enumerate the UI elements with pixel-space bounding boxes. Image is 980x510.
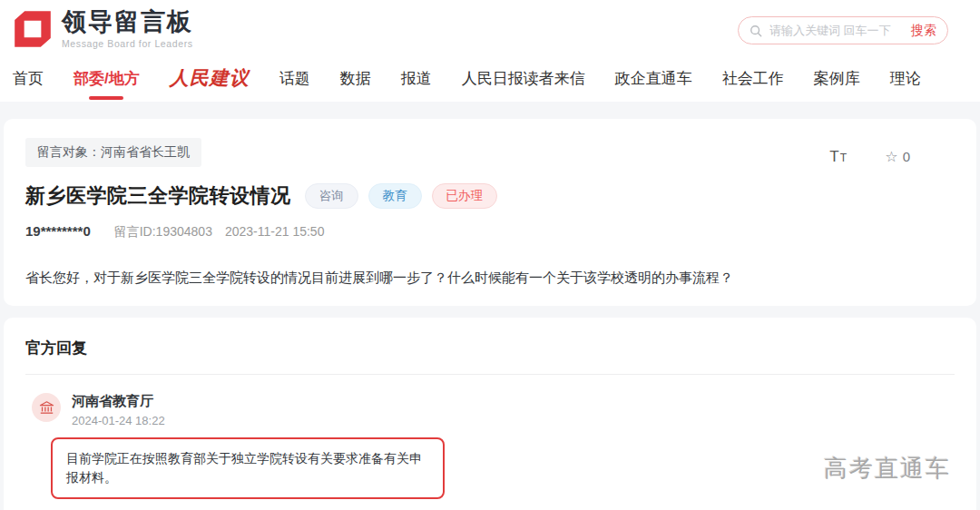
message-card: 留言对象：河南省省长王凯 T T ☆ 0 新乡医学院三全学院转设情况 咨询 教育… (4, 119, 976, 306)
nav-item-theory[interactable]: 理论 (890, 68, 921, 89)
reply-section-title: 官方回复 (25, 338, 955, 358)
official-reply-card: 官方回复 河南省教育厅 2024-01-24 18:22 目前学院正在按照教育部… (4, 318, 976, 510)
header: 领导留言板 Message Board for Leaders 搜索 首页 部委… (0, 0, 980, 102)
search-button[interactable]: 搜索 (904, 23, 936, 39)
nav-item-reports[interactable]: 报道 (401, 68, 432, 89)
font-size-icon-small-t: T (840, 152, 847, 164)
message-tools: T T ☆ 0 (840, 148, 976, 168)
search-box: 搜索 (738, 16, 948, 44)
star-count: 0 (903, 149, 910, 164)
message-target-tag: 留言对象：河南省省长王凯 (25, 138, 201, 167)
page: 领导留言板 Message Board for Leaders 搜索 首页 部委… (0, 0, 980, 510)
message-title: 新乡医学院三全学院转设情况 (25, 182, 291, 210)
message-title-row: 新乡医学院三全学院转设情况 咨询 教育 已办理 (25, 182, 955, 210)
nav-item-gov-enterprise[interactable]: 政企直通车 (615, 68, 692, 89)
nav-item-social-work[interactable]: 社会工作 (722, 68, 784, 89)
message-tag-pills: 咨询 教育 已办理 (305, 183, 498, 209)
reply-divider (25, 374, 955, 375)
government-building-icon (39, 400, 54, 416)
reply-header: 河南省教育厅 2024-01-24 18:22 (25, 393, 955, 427)
message-datetime: 2023-11-21 15:50 (225, 224, 325, 239)
reply-agency-name: 河南省教育厅 (72, 393, 165, 410)
main-nav: 首页 部委/地方 人民建议 话题 数据 报道 人民日报读者来信 政企直通车 社会… (13, 65, 921, 91)
font-size-icon-large-t: T (829, 148, 838, 166)
tag-status: 已办理 (432, 183, 498, 209)
watermark: 高考直通车 (824, 453, 951, 485)
nav-item-reader-letters[interactable]: 人民日报读者来信 (462, 68, 585, 89)
star-icon: ☆ (885, 148, 897, 165)
message-author: 19********0 (25, 223, 91, 239)
nav-item-case-library[interactable]: 案例库 (814, 68, 860, 89)
nav-item-people-suggestions[interactable]: 人民建议 (170, 65, 250, 91)
site-title: 领导留言板 (62, 9, 193, 36)
star-favorite-button[interactable]: ☆ 0 (885, 148, 910, 165)
nav-item-data[interactable]: 数据 (340, 68, 371, 89)
nav-item-topics[interactable]: 话题 (279, 68, 310, 89)
search-icon (750, 25, 762, 37)
tag-domain: 教育 (368, 183, 422, 209)
logo-bracket-icon (13, 9, 53, 49)
site-logo[interactable]: 领导留言板 Message Board for Leaders (13, 9, 193, 49)
message-body: 省长您好，对于新乡医学院三全学院转设的情况目前进展到哪一步了？什么时候能有一个关… (25, 267, 955, 289)
nav-item-ministries-local[interactable]: 部委/地方 (74, 68, 140, 89)
tag-category: 咨询 (305, 183, 358, 209)
reply-datetime: 2024-01-24 18:22 (72, 414, 165, 427)
message-meta: 19********0 留言ID:19304803 2023-11-21 15:… (25, 223, 955, 240)
font-size-icon[interactable]: T T (829, 148, 847, 166)
message-id: 留言ID:19304803 (114, 224, 212, 240)
site-subtitle: Message Board for Leaders (62, 38, 193, 49)
logo-text: 领导留言板 Message Board for Leaders (62, 9, 193, 49)
nav-item-home[interactable]: 首页 (13, 68, 44, 89)
reply-agency-block: 河南省教育厅 2024-01-24 18:22 (72, 393, 165, 427)
reply-content-highlight-box: 目前学院正在按照教育部关于独立学院转设有关要求准备有关申报材料。 (51, 437, 445, 499)
search-input[interactable] (769, 24, 904, 37)
reply-content: 目前学院正在按照教育部关于独立学院转设有关要求准备有关申报材料。 (66, 451, 422, 485)
avatar (32, 393, 61, 422)
